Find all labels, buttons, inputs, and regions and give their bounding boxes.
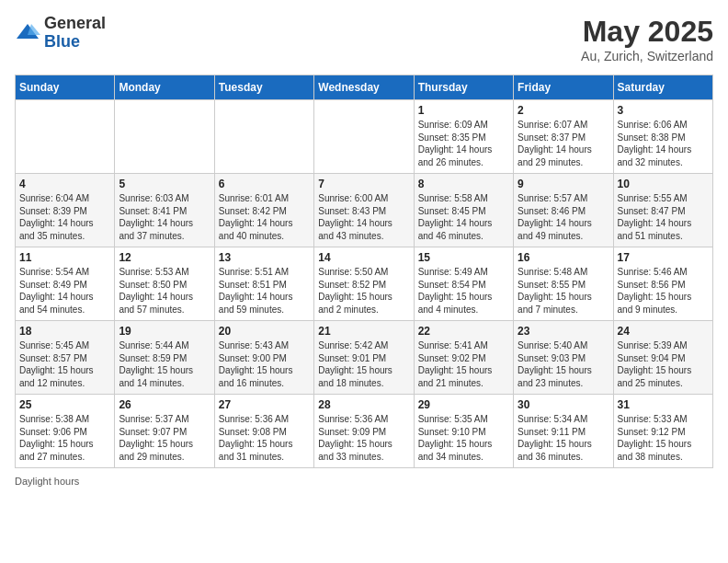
- day-number: 1: [418, 104, 509, 117]
- calendar-cell: 25Sunrise: 5:38 AM Sunset: 9:06 PM Dayli…: [16, 395, 115, 468]
- day-number: 4: [19, 178, 110, 190]
- calendar-cell: 11Sunrise: 5:54 AM Sunset: 8:49 PM Dayli…: [16, 247, 115, 321]
- day-number: 5: [119, 178, 210, 190]
- calendar-cell: [115, 100, 214, 174]
- day-info: Sunrise: 5:45 AM Sunset: 8:57 PM Dayligh…: [19, 339, 110, 389]
- day-number: 27: [219, 398, 310, 411]
- day-number: 18: [19, 325, 110, 338]
- header-wednesday: Wednesday: [314, 75, 414, 100]
- day-info: Sunrise: 6:01 AM Sunset: 8:42 PM Dayligh…: [219, 192, 310, 242]
- calendar-cell: 16Sunrise: 5:48 AM Sunset: 8:55 PM Dayli…: [514, 247, 613, 321]
- day-number: 26: [119, 398, 210, 411]
- day-info: Sunrise: 6:06 AM Sunset: 8:38 PM Dayligh…: [618, 119, 709, 168]
- day-number: 29: [418, 398, 509, 411]
- calendar-table: SundayMondayTuesdayWednesdayThursdayFrid…: [15, 75, 713, 468]
- day-info: Sunrise: 5:38 AM Sunset: 9:06 PM Dayligh…: [19, 413, 110, 463]
- calendar-cell: 20Sunrise: 5:43 AM Sunset: 9:00 PM Dayli…: [214, 321, 313, 395]
- calendar-cell: 14Sunrise: 5:50 AM Sunset: 8:52 PM Dayli…: [314, 247, 414, 321]
- day-info: Sunrise: 6:07 AM Sunset: 8:37 PM Dayligh…: [518, 119, 609, 168]
- day-number: 28: [318, 398, 409, 411]
- footer-note: Daylight hours: [15, 476, 713, 487]
- calendar-cell: 18Sunrise: 5:45 AM Sunset: 8:57 PM Dayli…: [16, 321, 115, 395]
- logo-general: General: [44, 15, 106, 33]
- calendar-cell: 26Sunrise: 5:37 AM Sunset: 9:07 PM Dayli…: [115, 395, 214, 468]
- day-number: 20: [219, 325, 310, 338]
- day-info: Sunrise: 6:00 AM Sunset: 8:43 PM Dayligh…: [318, 192, 409, 242]
- month-title: May 2025: [581, 15, 713, 49]
- calendar-week-row: 11Sunrise: 5:54 AM Sunset: 8:49 PM Dayli…: [16, 247, 713, 321]
- calendar-cell: 5Sunrise: 6:03 AM Sunset: 8:41 PM Daylig…: [115, 174, 214, 247]
- day-info: Sunrise: 5:49 AM Sunset: 8:54 PM Dayligh…: [418, 266, 509, 316]
- logo-blue: Blue: [44, 33, 106, 52]
- day-info: Sunrise: 5:53 AM Sunset: 8:50 PM Dayligh…: [119, 266, 210, 316]
- day-info: Sunrise: 6:03 AM Sunset: 8:41 PM Dayligh…: [119, 192, 210, 242]
- day-info: Sunrise: 5:37 AM Sunset: 9:07 PM Dayligh…: [119, 413, 210, 463]
- calendar-cell: 31Sunrise: 5:33 AM Sunset: 9:12 PM Dayli…: [613, 395, 712, 468]
- calendar-cell: [314, 100, 414, 174]
- day-number: 25: [19, 398, 110, 411]
- day-number: 9: [518, 178, 609, 190]
- header-saturday: Saturday: [613, 75, 712, 100]
- header-sunday: Sunday: [16, 75, 115, 100]
- day-number: 15: [418, 251, 509, 264]
- calendar-cell: 17Sunrise: 5:46 AM Sunset: 8:56 PM Dayli…: [613, 247, 712, 321]
- day-number: 7: [318, 178, 409, 190]
- calendar-cell: 1Sunrise: 6:09 AM Sunset: 8:35 PM Daylig…: [414, 100, 513, 174]
- calendar-cell: 2Sunrise: 6:07 AM Sunset: 8:37 PM Daylig…: [514, 100, 613, 174]
- day-info: Sunrise: 5:41 AM Sunset: 9:02 PM Dayligh…: [418, 339, 509, 389]
- day-info: Sunrise: 5:36 AM Sunset: 9:08 PM Dayligh…: [219, 413, 310, 463]
- logo-text: General Blue: [44, 15, 106, 52]
- day-info: Sunrise: 5:51 AM Sunset: 8:51 PM Dayligh…: [219, 266, 310, 316]
- day-info: Sunrise: 5:55 AM Sunset: 8:47 PM Dayligh…: [618, 192, 709, 242]
- title-block: May 2025 Au, Zurich, Switzerland: [581, 15, 713, 63]
- day-number: 24: [618, 325, 709, 338]
- calendar-week-row: 1Sunrise: 6:09 AM Sunset: 8:35 PM Daylig…: [16, 100, 713, 174]
- day-number: 22: [418, 325, 509, 338]
- page-header: General Blue May 2025 Au, Zurich, Switze…: [15, 15, 713, 63]
- calendar-cell: 27Sunrise: 5:36 AM Sunset: 9:08 PM Dayli…: [214, 395, 313, 468]
- day-number: 19: [119, 325, 210, 338]
- day-info: Sunrise: 5:39 AM Sunset: 9:04 PM Dayligh…: [618, 339, 709, 389]
- calendar-cell: 13Sunrise: 5:51 AM Sunset: 8:51 PM Dayli…: [214, 247, 313, 321]
- svg-marker-1: [28, 24, 40, 35]
- calendar-cell: 7Sunrise: 6:00 AM Sunset: 8:43 PM Daylig…: [314, 174, 414, 247]
- day-number: 10: [618, 178, 709, 190]
- day-info: Sunrise: 5:42 AM Sunset: 9:01 PM Dayligh…: [318, 339, 409, 389]
- calendar-header-row: SundayMondayTuesdayWednesdayThursdayFrid…: [16, 75, 713, 100]
- day-number: 21: [318, 325, 409, 338]
- day-number: 23: [518, 325, 609, 338]
- calendar-cell: 24Sunrise: 5:39 AM Sunset: 9:04 PM Dayli…: [613, 321, 712, 395]
- header-friday: Friday: [514, 75, 613, 100]
- day-number: 31: [618, 398, 709, 411]
- calendar-cell: 28Sunrise: 5:36 AM Sunset: 9:09 PM Dayli…: [314, 395, 414, 468]
- day-number: 8: [418, 178, 509, 190]
- header-monday: Monday: [115, 75, 214, 100]
- calendar-cell: 10Sunrise: 5:55 AM Sunset: 8:47 PM Dayli…: [613, 174, 712, 247]
- calendar-cell: 3Sunrise: 6:06 AM Sunset: 8:38 PM Daylig…: [613, 100, 712, 174]
- calendar-cell: 8Sunrise: 5:58 AM Sunset: 8:45 PM Daylig…: [414, 174, 513, 247]
- calendar-cell: 12Sunrise: 5:53 AM Sunset: 8:50 PM Dayli…: [115, 247, 214, 321]
- header-tuesday: Tuesday: [214, 75, 313, 100]
- calendar-week-row: 4Sunrise: 6:04 AM Sunset: 8:39 PM Daylig…: [16, 174, 713, 247]
- calendar-cell: 22Sunrise: 5:41 AM Sunset: 9:02 PM Dayli…: [414, 321, 513, 395]
- calendar-cell: 29Sunrise: 5:35 AM Sunset: 9:10 PM Dayli…: [414, 395, 513, 468]
- location: Au, Zurich, Switzerland: [581, 49, 713, 63]
- calendar-cell: 19Sunrise: 5:44 AM Sunset: 8:59 PM Dayli…: [115, 321, 214, 395]
- day-number: 3: [618, 104, 709, 117]
- calendar-week-row: 18Sunrise: 5:45 AM Sunset: 8:57 PM Dayli…: [16, 321, 713, 395]
- day-number: 2: [518, 104, 609, 117]
- day-number: 13: [219, 251, 310, 264]
- calendar-cell: 21Sunrise: 5:42 AM Sunset: 9:01 PM Dayli…: [314, 321, 414, 395]
- day-info: Sunrise: 5:50 AM Sunset: 8:52 PM Dayligh…: [318, 266, 409, 316]
- day-info: Sunrise: 5:40 AM Sunset: 9:03 PM Dayligh…: [518, 339, 609, 389]
- day-info: Sunrise: 5:33 AM Sunset: 9:12 PM Dayligh…: [618, 413, 709, 463]
- calendar-week-row: 25Sunrise: 5:38 AM Sunset: 9:06 PM Dayli…: [16, 395, 713, 468]
- day-info: Sunrise: 5:36 AM Sunset: 9:09 PM Dayligh…: [318, 413, 409, 463]
- logo-icon: [15, 20, 40, 46]
- day-info: Sunrise: 5:48 AM Sunset: 8:55 PM Dayligh…: [518, 266, 609, 316]
- day-info: Sunrise: 5:58 AM Sunset: 8:45 PM Dayligh…: [418, 192, 509, 242]
- calendar-cell: 30Sunrise: 5:34 AM Sunset: 9:11 PM Dayli…: [514, 395, 613, 468]
- day-number: 17: [618, 251, 709, 264]
- day-number: 6: [219, 178, 310, 190]
- header-thursday: Thursday: [414, 75, 513, 100]
